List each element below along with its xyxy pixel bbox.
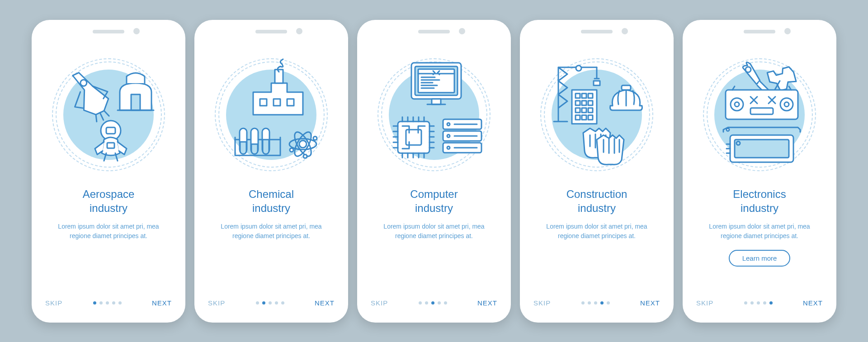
chemical-illustration (212, 56, 330, 173)
phone-electronics: Electronics industry Lorem ipsum dolor s… (683, 20, 836, 323)
svg-rect-45 (622, 85, 631, 90)
phone-computer: Computer industry Lorem ipsum dolor sit … (357, 20, 511, 323)
aerospace-illustration (50, 56, 167, 173)
skip-button[interactable]: SKIP (696, 299, 713, 307)
svg-point-12 (299, 141, 307, 148)
next-button[interactable]: NEXT (803, 299, 823, 307)
description: Lorem ipsum dolor sit amet pri, mea regi… (45, 222, 172, 241)
svg-point-17 (290, 148, 293, 152)
phone-construction: Construction industry Lorem ipsum dolor … (520, 20, 674, 323)
description: Lorem ipsum dolor sit amet pri, mea regi… (696, 222, 823, 241)
page-dots (581, 301, 610, 305)
svg-point-48 (731, 98, 743, 111)
title: Aerospace industry (45, 187, 172, 215)
skip-button[interactable]: SKIP (45, 299, 62, 307)
svg-rect-3 (106, 127, 115, 134)
phone-chemical: Chemical industry Lorem ipsum dolor sit … (194, 20, 348, 323)
next-button[interactable]: NEXT (152, 299, 172, 307)
svg-rect-55 (735, 140, 789, 158)
svg-point-50 (780, 98, 793, 111)
title: Electronics industry (696, 187, 823, 215)
construction-illustration (538, 56, 656, 173)
title: Computer industry (371, 187, 497, 215)
page-dots (419, 301, 447, 305)
description: Lorem ipsum dolor sit amet pri, mea regi… (208, 222, 335, 241)
title: Construction industry (533, 187, 660, 215)
onboarding-screens: Aerospace industry Lorem ipsum dolor sit… (14, 2, 854, 341)
computer-icon (375, 56, 493, 173)
description: Lorem ipsum dolor sit amet pri, mea regi… (533, 222, 660, 241)
page-dots (93, 301, 122, 305)
computer-illustration (375, 56, 493, 173)
phone-aerospace: Aerospace industry Lorem ipsum dolor sit… (32, 20, 185, 323)
learn-more-button[interactable]: Learn more (729, 250, 791, 267)
svg-rect-1 (131, 94, 140, 110)
svg-point-53 (726, 128, 729, 131)
next-button[interactable]: NEXT (477, 299, 497, 307)
page-dots (256, 301, 284, 305)
title: Chemical industry (208, 187, 335, 215)
aerospace-icon (50, 56, 167, 173)
skip-button[interactable]: SKIP (208, 299, 225, 307)
svg-point-18 (303, 155, 307, 158)
construction-icon (538, 56, 656, 173)
svg-rect-21 (418, 69, 454, 93)
skip-button[interactable]: SKIP (371, 299, 388, 307)
chemical-icon (212, 56, 330, 173)
skip-button[interactable]: SKIP (533, 299, 551, 307)
svg-rect-22 (432, 99, 441, 104)
next-button[interactable]: NEXT (640, 299, 660, 307)
electronics-illustration (701, 56, 818, 173)
page-dots (744, 301, 773, 305)
electronics-icon (701, 56, 818, 173)
description: Lorem ipsum dolor sit amet pri, mea regi… (371, 222, 497, 241)
svg-point-16 (313, 136, 317, 140)
svg-point-31 (576, 66, 581, 71)
next-button[interactable]: NEXT (315, 299, 335, 307)
